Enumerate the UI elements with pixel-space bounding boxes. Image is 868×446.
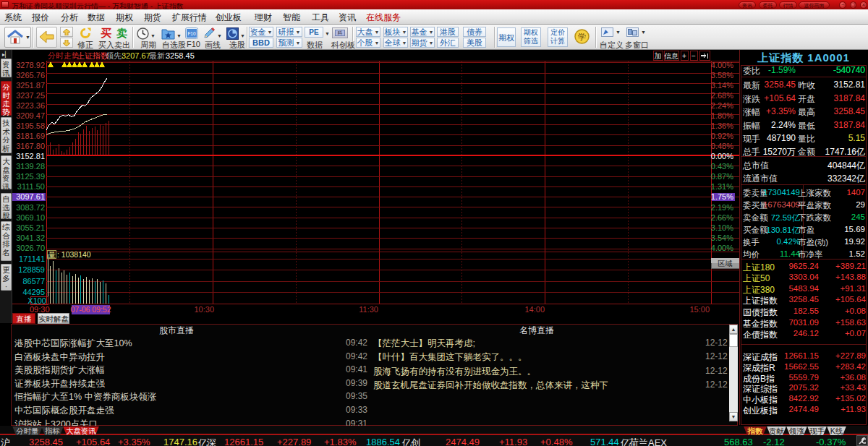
svg-text:量: 量 — [48, 251, 56, 259]
svg-text:3258.45: 3258.45 — [166, 51, 195, 60]
svg-text:0.92%: 0.92% — [711, 132, 733, 140]
svg-text:学: 学 — [578, 33, 586, 41]
svg-text:3.10%: 3.10% — [711, 223, 733, 232]
svg-text:1.80%: 1.80% — [711, 111, 733, 120]
svg-text:15:00: 15:00 — [689, 305, 710, 314]
svg-text:1.31%: 1.31% — [711, 182, 733, 191]
svg-text:3.14%: 3.14% — [711, 81, 733, 90]
svg-text:3265.76: 3265.76 — [16, 71, 45, 80]
svg-text:128859: 128859 — [18, 265, 45, 274]
svg-text:3111.50: 3111.50 — [17, 182, 45, 191]
svg-text:3041.32: 3041.32 — [16, 233, 45, 242]
svg-text:1.75%: 1.75% — [711, 192, 733, 201]
svg-text:3237.25: 3237.25 — [16, 91, 45, 100]
svg-text:10:30: 10:30 — [194, 305, 214, 314]
svg-text:3181.69: 3181.69 — [16, 132, 45, 140]
svg-text:+: + — [682, 52, 686, 60]
svg-text:4.00%: 4.00% — [711, 61, 733, 69]
svg-text:分时走势: 分时走势 — [48, 51, 80, 60]
svg-text:0.00%: 0.00% — [711, 152, 733, 160]
svg-text:加: 加 — [655, 52, 662, 60]
svg-text:3139.28: 3139.28 — [16, 162, 45, 171]
svg-text:3152.81: 3152.81 — [16, 152, 45, 160]
svg-text:信息: 信息 — [664, 52, 678, 60]
svg-text:3097.61: 3097.61 — [16, 192, 45, 201]
svg-text:2.68%: 2.68% — [711, 91, 733, 100]
svg-text:3026.70: 3026.70 — [16, 244, 45, 252]
svg-text:0.48%: 0.48% — [711, 142, 733, 150]
svg-text:3.58%: 3.58% — [711, 71, 733, 80]
svg-text:3278.92: 3278.92 — [16, 61, 45, 69]
svg-text:: 1038140: : 1038140 — [57, 250, 91, 259]
svg-text:2.66%: 2.66% — [711, 213, 733, 222]
svg-text:3125.39: 3125.39 — [16, 172, 45, 181]
svg-text:11:30: 11:30 — [359, 305, 378, 314]
svg-text:3207.67: 3207.67 — [122, 51, 150, 60]
svg-text:3223.36: 3223.36 — [16, 101, 45, 110]
svg-text:最新:: 最新: — [149, 51, 167, 60]
svg-text:3167.80: 3167.80 — [16, 142, 45, 150]
svg-text:86577: 86577 — [22, 277, 45, 286]
svg-text:上证指数: 上证指数 — [77, 51, 109, 60]
svg-text:3083.72: 3083.72 — [16, 203, 45, 212]
svg-text:0.87%: 0.87% — [711, 172, 733, 181]
svg-text:4.00%: 4.00% — [711, 244, 733, 252]
svg-text:X100: X100 — [27, 296, 46, 305]
svg-text:2.19%: 2.19% — [711, 203, 733, 212]
svg-text:3251.87: 3251.87 — [16, 81, 45, 90]
svg-text:171141: 171141 — [19, 254, 45, 263]
svg-text:3209.47: 3209.47 — [16, 111, 45, 120]
svg-text:2.24%: 2.24% — [711, 101, 733, 110]
svg-text:0.43%: 0.43% — [711, 162, 733, 171]
svg-text:−: − — [692, 52, 696, 60]
svg-text:1.36%: 1.36% — [711, 121, 733, 130]
svg-text:3055.21: 3055.21 — [16, 223, 45, 232]
svg-text:F10: F10 — [187, 31, 196, 36]
svg-text:44295: 44295 — [22, 288, 45, 296]
svg-text:3.54%: 3.54% — [711, 233, 733, 242]
svg-text:07-06 09:52: 07-06 09:52 — [70, 305, 111, 314]
svg-text:3195.58: 3195.58 — [16, 121, 45, 130]
svg-text:区域: 区域 — [718, 260, 733, 267]
svg-text:3069.10: 3069.10 — [16, 213, 45, 222]
svg-text:14:00: 14:00 — [524, 305, 545, 314]
